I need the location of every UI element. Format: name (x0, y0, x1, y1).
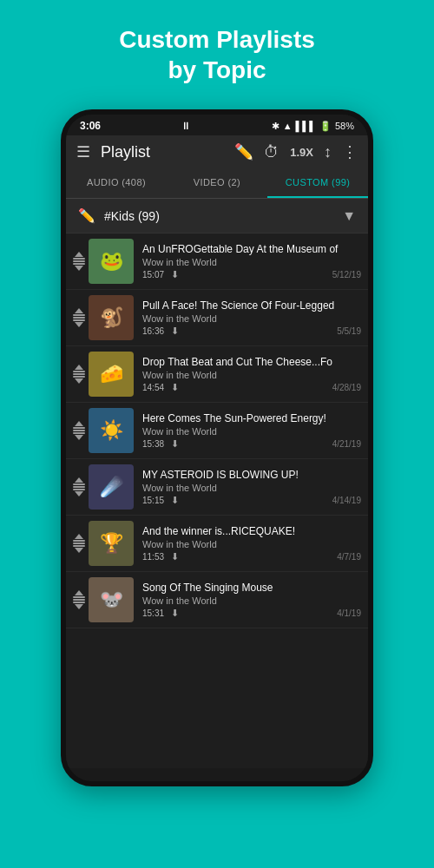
chevron-down-icon: ▼ (342, 208, 356, 224)
thumbnail: 🐭 (89, 577, 134, 622)
status-time: 3:06 (80, 120, 101, 132)
item-date: 4/14/19 (332, 496, 361, 505)
drag-handle (69, 418, 89, 444)
status-pause-icon: ⏸ (181, 120, 191, 132)
item-channel: Wow in the World (142, 483, 361, 493)
download-icon[interactable]: ⬇ (171, 269, 179, 280)
playlist-header[interactable]: ✏️ #Kids (99) ▼ (66, 199, 368, 233)
item-date: 4/28/19 (332, 383, 361, 392)
hamburger-icon[interactable]: ☰ (76, 142, 90, 161)
item-meta: 11:53 ⬇ 4/7/19 (142, 551, 361, 562)
item-duration: 11:53 (142, 552, 164, 562)
item-duration: 15:38 (142, 439, 164, 449)
item-channel: Wow in the World (142, 595, 361, 606)
thumbnail: 🐸 (89, 239, 134, 284)
status-icons: ✱ ▲ ▌▌▌ 🔋 58% (272, 121, 354, 132)
item-channel: Wow in the World (142, 426, 361, 437)
item-duration: 14:54 (142, 383, 164, 392)
drag-handle (69, 587, 89, 613)
playlist-edit-icon: ✏️ (78, 207, 95, 224)
wifi-icon: ▲ (283, 121, 293, 131)
item-title: Here Comes The Sun-Powered Energy! (142, 412, 361, 424)
download-icon[interactable]: ⬇ (171, 382, 179, 393)
drag-handle (69, 361, 89, 387)
download-icon[interactable]: ⬇ (171, 551, 179, 562)
thumbnail: 🐒 (89, 295, 134, 340)
edit-icon[interactable]: ✏️ (234, 142, 253, 161)
item-title: And the winner is...RICEQUAKE! (142, 525, 361, 537)
item-channel: Wow in the World (142, 313, 361, 324)
item-info: Drop That Beat and Cut The Cheese...Fo W… (142, 356, 361, 393)
list-item[interactable]: 🐒 Pull A Face! The Science Of Four-Legge… (66, 290, 368, 346)
item-title: Song Of The Singing Mouse (142, 582, 361, 594)
item-info: Song Of The Singing Mouse Wow in the Wor… (142, 582, 361, 619)
sort-icon[interactable]: ↕ (324, 143, 332, 161)
download-icon[interactable]: ⬇ (171, 326, 179, 337)
item-meta: 15:15 ⬇ 4/14/19 (142, 495, 361, 506)
item-date: 4/21/19 (332, 439, 361, 449)
item-meta: 15:31 ⬇ 4/1/19 (142, 608, 361, 619)
status-bar: 3:06 ⏸ ✱ ▲ ▌▌▌ 🔋 58% (66, 115, 368, 135)
hero-title: Custom Playlistsby Topic (102, 0, 332, 102)
item-duration: 16:36 (142, 326, 164, 336)
item-date: 4/7/19 (337, 552, 361, 562)
list-item[interactable]: 🏆 And the winner is...RICEQUAKE! Wow in … (66, 516, 368, 572)
item-date: 5/12/19 (332, 270, 361, 279)
tab-audio[interactable]: AUDIO (408) (66, 168, 167, 198)
drag-handle (69, 248, 89, 274)
tab-custom[interactable]: CUSTOM (99) (267, 168, 368, 198)
thumbnail: 🧀 (89, 352, 134, 397)
item-duration: 15:07 (142, 270, 164, 279)
list-item[interactable]: 🐸 An UnFROGettable Day At the Museum of … (66, 233, 368, 290)
item-channel: Wow in the World (142, 257, 361, 267)
tabs-bar: AUDIO (408) VIDEO (2) CUSTOM (99) (66, 168, 368, 199)
download-icon[interactable]: ⬇ (171, 608, 179, 619)
item-title: Pull A Face! The Science Of Four-Legged (142, 299, 361, 312)
item-date: 5/5/19 (337, 326, 361, 336)
thumbnail: 🏆 (89, 521, 134, 566)
signal-icon: ▌▌▌ (296, 121, 316, 131)
battery-icon: 🔋 (319, 121, 332, 132)
top-bar: ☰ Playlist ✏️ ⏱ 1.9X ↕ ⋮ (66, 135, 368, 168)
item-meta: 16:36 ⬇ 5/5/19 (142, 326, 361, 337)
list-item[interactable]: 🐭 Song Of The Singing Mouse Wow in the W… (66, 572, 368, 628)
item-meta: 15:07 ⬇ 5/12/19 (142, 269, 361, 280)
more-icon[interactable]: ⋮ (342, 142, 358, 161)
item-title: MY ASTEROID IS BLOWING UP! (142, 469, 361, 481)
item-info: Pull A Face! The Science Of Four-Legged … (142, 299, 361, 337)
item-title: An UnFROGettable Day At the Museum of (142, 243, 361, 255)
battery-percent: 58% (335, 121, 354, 131)
download-icon[interactable]: ⬇ (171, 438, 179, 450)
page-title: Playlist (101, 143, 224, 161)
phone-frame: 3:06 ⏸ ✱ ▲ ▌▌▌ 🔋 58% ☰ Playlist ✏️ ⏱ 1.9… (61, 109, 373, 786)
item-date: 4/1/19 (337, 608, 361, 618)
drag-handle (69, 305, 89, 331)
drag-handle (69, 530, 89, 556)
timer-icon[interactable]: ⏱ (264, 143, 279, 161)
list-item[interactable]: ☄️ MY ASTEROID IS BLOWING UP! Wow in the… (66, 459, 368, 516)
list-item[interactable]: ☀️ Here Comes The Sun-Powered Energy! Wo… (66, 403, 368, 459)
item-channel: Wow in the World (142, 539, 361, 549)
download-icon[interactable]: ⬇ (171, 495, 179, 506)
thumbnail: ☀️ (89, 408, 134, 453)
item-info: Here Comes The Sun-Powered Energy! Wow i… (142, 412, 361, 450)
item-info: And the winner is...RICEQUAKE! Wow in th… (142, 525, 361, 562)
item-title: Drop That Beat and Cut The Cheese...Fo (142, 356, 361, 368)
playlist-name: #Kids (99) (104, 209, 342, 223)
speed-control[interactable]: 1.9X (290, 146, 313, 159)
item-duration: 15:15 (142, 496, 164, 505)
bluetooth-icon: ✱ (272, 121, 279, 132)
item-meta: 14:54 ⬇ 4/28/19 (142, 382, 361, 393)
drag-handle (69, 474, 89, 500)
item-channel: Wow in the World (142, 370, 361, 380)
item-duration: 15:31 (142, 608, 164, 618)
list-item[interactable]: 🧀 Drop That Beat and Cut The Cheese...Fo… (66, 346, 368, 403)
item-info: MY ASTEROID IS BLOWING UP! Wow in the Wo… (142, 469, 361, 506)
item-meta: 15:38 ⬇ 4/21/19 (142, 438, 361, 450)
tab-video[interactable]: VIDEO (2) (167, 168, 267, 198)
thumbnail: ☄️ (89, 464, 134, 510)
item-info: An UnFROGettable Day At the Museum of Wo… (142, 243, 361, 280)
playlist-list: 🐸 An UnFROGettable Day At the Museum of … (66, 233, 368, 768)
